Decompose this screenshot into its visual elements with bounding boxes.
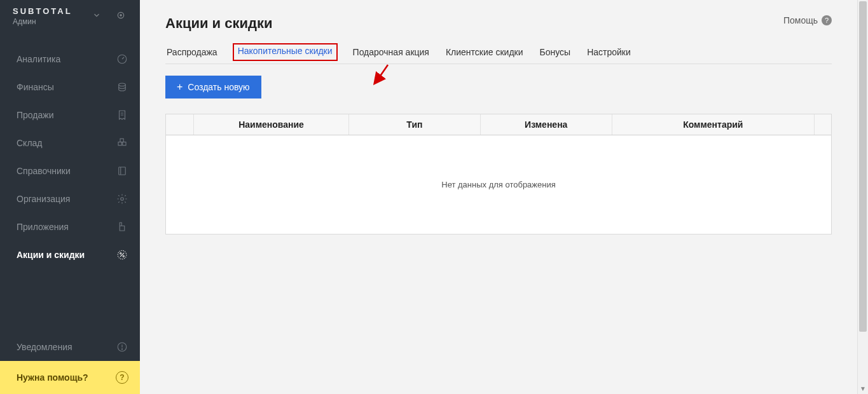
main-content: Акции и скидки Помощь ? Распродажа Накоп…: [140, 0, 857, 394]
data-grid: Наименование Тип Изменена Комментарий Не…: [165, 114, 832, 234]
sidebar-item-analytics[interactable]: Аналитика: [0, 45, 140, 73]
svg-point-10: [120, 253, 121, 254]
brand-name: SUBTOTAL: [13, 6, 81, 16]
sidebar-item-notifications[interactable]: Уведомления: [0, 333, 140, 361]
svg-point-13: [121, 349, 122, 350]
sidebar-nav: Аналитика Финансы Продажи Склад Справочн…: [0, 32, 140, 361]
chevron-down-icon: [92, 11, 101, 22]
grid-col-actions[interactable]: [815, 114, 831, 135]
grid-col-checkbox[interactable]: [166, 114, 194, 135]
help-link[interactable]: Помощь ?: [783, 15, 832, 25]
boxes-icon: [116, 137, 128, 149]
sidebar: SUBTOTAL Админ Аналитика Финансы Продажи: [0, 0, 140, 394]
svg-point-11: [123, 255, 124, 257]
toolbar: + Создать новую: [165, 76, 832, 98]
sidebar-item-label: Уведомления: [17, 342, 72, 352]
grid-empty-message: Нет данных для отображения: [166, 135, 831, 234]
tab-gift-promo[interactable]: Подарочная акция: [352, 46, 431, 58]
sidebar-item-label: Приложения: [17, 222, 69, 232]
sidebar-item-label: Организация: [17, 194, 70, 204]
grid-col-modified[interactable]: Изменена: [481, 114, 612, 135]
tab-bonuses[interactable]: Бонусы: [539, 46, 572, 58]
target-icon: [116, 11, 125, 22]
receipt-icon: [116, 109, 128, 121]
sidebar-item-finance[interactable]: Финансы: [0, 73, 140, 101]
window-scrollbar[interactable]: ▲ ▼: [857, 0, 868, 394]
create-new-button[interactable]: + Создать новую: [165, 76, 261, 98]
scrollbar-thumb[interactable]: [859, 1, 867, 332]
alert-icon: [116, 341, 128, 353]
sidebar-item-reference[interactable]: Справочники: [0, 157, 140, 185]
sidebar-item-apps[interactable]: Приложения: [0, 213, 140, 241]
sidebar-item-organization[interactable]: Организация: [0, 185, 140, 213]
scroll-down-icon: ▼: [858, 383, 868, 394]
gauge-icon: [116, 53, 128, 65]
tabs: Распродажа Накопительные скидки Подарочн…: [165, 46, 832, 64]
page-header: Акции и скидки Помощь ?: [165, 15, 832, 32]
tab-sale[interactable]: Распродажа: [165, 46, 219, 58]
grid-header-row: Наименование Тип Изменена Комментарий: [166, 114, 831, 135]
grid-col-name[interactable]: Наименование: [194, 114, 349, 135]
grid-col-comment[interactable]: Комментарий: [612, 114, 815, 135]
question-circle-icon: ?: [822, 15, 832, 25]
sidebar-item-sales[interactable]: Продажи: [0, 101, 140, 129]
svg-point-3: [119, 83, 126, 86]
sidebar-item-label: Аналитика: [17, 54, 60, 64]
tab-cumulative-discounts[interactable]: Накопительные скидки: [233, 43, 338, 61]
sidebar-item-label: Продажи: [17, 110, 53, 120]
svg-rect-5: [123, 142, 126, 146]
svg-point-8: [121, 198, 124, 201]
sidebar-item-label: Акции и скидки: [17, 250, 85, 260]
help-footer-label: Нужна помощь?: [17, 372, 88, 383]
svg-rect-4: [118, 142, 121, 146]
sidebar-item-label: Справочники: [17, 166, 71, 176]
plugin-icon: [116, 221, 128, 233]
page-title: Акции и скидки: [165, 15, 273, 32]
svg-rect-6: [120, 139, 123, 142]
target-button[interactable]: [112, 8, 130, 25]
help-footer[interactable]: Нужна помощь? ?: [0, 361, 140, 394]
sidebar-item-stock[interactable]: Склад: [0, 129, 140, 157]
book-icon: [116, 165, 128, 177]
svg-point-1: [120, 15, 121, 16]
question-icon: ?: [116, 371, 128, 384]
create-new-label: Создать новую: [188, 82, 249, 92]
brand-role: Админ: [13, 17, 81, 26]
grid-col-type[interactable]: Тип: [349, 114, 481, 135]
coins-icon: [116, 81, 128, 93]
help-link-label: Помощь: [783, 15, 818, 25]
gear-icon: [116, 193, 128, 205]
sidebar-header: SUBTOTAL Админ: [0, 0, 140, 32]
svg-rect-7: [119, 167, 126, 175]
sidebar-item-label: Склад: [17, 138, 43, 148]
plus-icon: +: [177, 82, 183, 92]
sidebar-item-promotions[interactable]: Акции и скидки: [0, 241, 140, 269]
percent-icon: [116, 248, 128, 261]
brand-block: SUBTOTAL Админ: [13, 6, 81, 26]
tab-settings[interactable]: Настройки: [586, 46, 632, 58]
sidebar-item-label: Финансы: [17, 82, 54, 92]
org-switcher-chevron[interactable]: [88, 8, 106, 25]
tab-client-discounts[interactable]: Клиентские скидки: [444, 46, 525, 58]
